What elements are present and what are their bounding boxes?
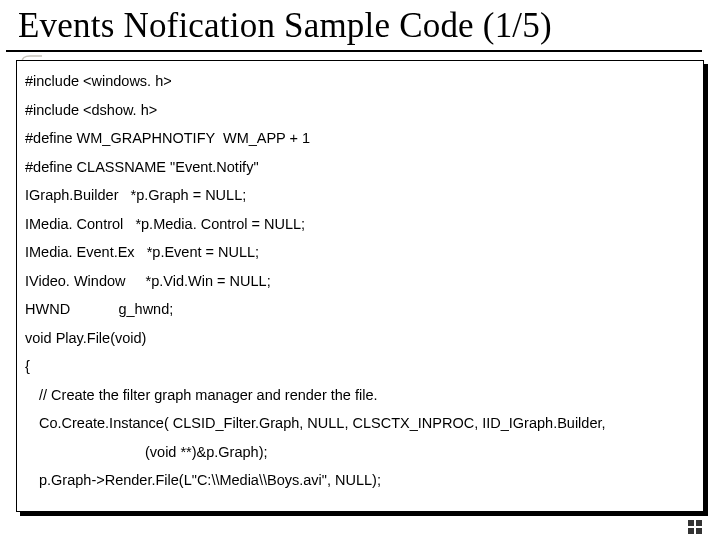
title-underline [6,50,702,52]
code-box: #include <windows. h> #include <dshow. h… [16,60,704,512]
code-line: p.Graph->Render.File(L"C:\\Media\\Boys.a… [25,466,695,495]
slide: Events Nofication Sample Code (1/5) #inc… [0,0,720,540]
code-line: #define WM_GRAPHNOTIFY WM_APP + 1 [25,124,695,153]
code-line: { [25,352,695,381]
code-line: IGraph.Builder *p.Graph = NULL; [25,181,695,210]
code-line: IMedia. Control *p.Media. Control = NULL… [25,210,695,239]
code-line: Co.Create.Instance( CLSID_Filter.Graph, … [25,409,695,438]
code-line: HWND g_hwnd; [25,295,695,324]
code-line: IMedia. Event.Ex *p.Event = NULL; [25,238,695,267]
code-line: void Play.File(void) [25,324,695,353]
code-line: #define CLASSNAME "Event.Notify" [25,153,695,182]
code-line: #include <dshow. h> [25,96,695,125]
slide-title: Events Nofication Sample Code (1/5) [18,6,702,46]
code-line: #include <windows. h> [25,67,695,96]
code-line: IVideo. Window *p.Vid.Win = NULL; [25,267,695,296]
title-area: Events Nofication Sample Code (1/5) [0,0,720,46]
code-line: // Create the filter graph manager and r… [25,381,695,410]
corner-decoration-icon [688,520,702,534]
code-container: #include <windows. h> #include <dshow. h… [16,60,704,512]
code-line: (void **)&p.Graph); [25,438,695,467]
